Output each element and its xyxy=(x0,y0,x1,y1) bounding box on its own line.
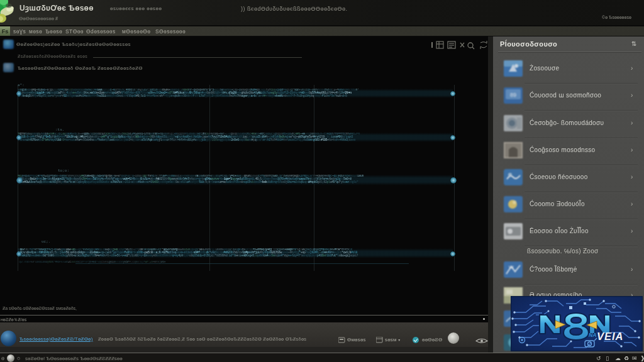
svg-text:NA: NA xyxy=(589,332,596,338)
svg-text:W: W xyxy=(509,265,514,270)
svg-text:VEIA: VEIA xyxy=(597,331,624,342)
svg-text:89: 89 xyxy=(510,92,516,98)
